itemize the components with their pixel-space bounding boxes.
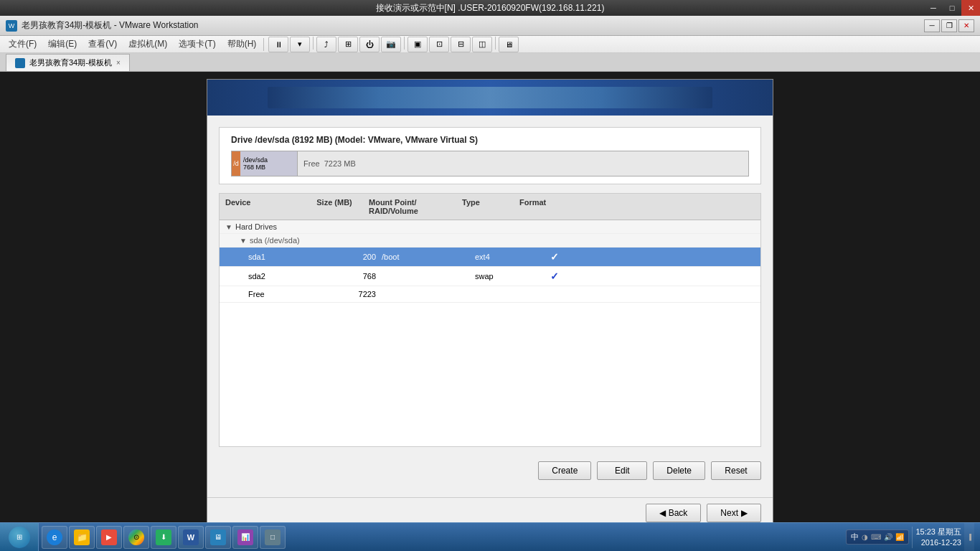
back-arrow-icon: ◀ bbox=[659, 508, 666, 518]
drive-seg-2-label: /dev/sda bbox=[243, 156, 294, 164]
row-sda2-type: swap bbox=[472, 270, 529, 282]
toolbar-view4-btn[interactable]: ◫ bbox=[472, 37, 492, 52]
drive-seg-2-size: 768 MB bbox=[243, 164, 294, 171]
minimize-button[interactable]: ─ bbox=[924, 0, 943, 16]
taskbar-app-chart[interactable]: 📊 bbox=[232, 526, 258, 549]
title-controls: ─ □ ✕ bbox=[924, 0, 980, 16]
header-format: Format bbox=[514, 197, 564, 217]
installer-header bbox=[207, 80, 773, 116]
taskbar-right: 中 ◑ ⌨ 🔊 📶 15:23 星期五 2016-12-23 ▐ bbox=[840, 523, 980, 552]
word-icon: W bbox=[183, 529, 199, 545]
toggle-hard-drives[interactable]: ▼ bbox=[225, 223, 235, 231]
close-button[interactable]: ✕ bbox=[961, 0, 980, 16]
back-button[interactable]: ◀ Back bbox=[646, 504, 702, 522]
reset-button[interactable]: Reset bbox=[711, 461, 761, 480]
taskbar-app-chrome[interactable]: ⊙ bbox=[123, 526, 149, 549]
nav-row: ◀ Back Next ▶ bbox=[207, 497, 773, 522]
toolbar-sep4 bbox=[495, 37, 496, 50]
table-row[interactable]: sda1 200 /boot ext4 ✓ bbox=[220, 248, 760, 267]
menu-view[interactable]: 查看(V) bbox=[83, 37, 123, 52]
table-row[interactable]: Free 7223 bbox=[220, 286, 760, 303]
app-title-bar: W 老男孩教育34期-模板机 - VMware Workstation ─ ❐ … bbox=[0, 16, 980, 36]
installer-window: Drive /dev/sda (8192 MB) (Model: VMware,… bbox=[207, 79, 773, 522]
format-check-sda1: ✓ bbox=[550, 251, 559, 263]
row-sda1-size: 200 bbox=[321, 251, 379, 263]
toolbar-monitor-btn[interactable]: 🖥 bbox=[499, 37, 519, 52]
hard-drives-label: Hard Drives bbox=[235, 222, 277, 231]
drive-visual: /d /dev/sda 768 MB Free 7223 MB bbox=[231, 151, 749, 176]
header-device: Device bbox=[220, 197, 306, 217]
toolbar-separator bbox=[263, 38, 264, 51]
toolbar-snap-btn[interactable]: 📷 bbox=[381, 37, 401, 52]
show-desktop-button[interactable]: ▐ bbox=[964, 523, 974, 552]
taskbar-app-vmware[interactable]: □ bbox=[260, 526, 286, 549]
drive-seg-free: Free 7223 MB bbox=[298, 151, 748, 176]
taskbar-app-monitor[interactable]: 🖥 bbox=[205, 526, 231, 549]
header-size: Size (MB) bbox=[306, 197, 363, 217]
taskbar-app-word[interactable]: W bbox=[178, 526, 204, 549]
ie-icon: e bbox=[47, 529, 62, 545]
app-close-button[interactable]: ✕ bbox=[958, 19, 974, 32]
sda-label: sda (/dev/sda) bbox=[250, 236, 300, 245]
action-buttons: Create Edit Delete Reset bbox=[219, 456, 761, 486]
edit-button[interactable]: Edit bbox=[597, 461, 647, 480]
delete-button[interactable]: Delete bbox=[653, 461, 705, 480]
clock-date: 2016-12-23 bbox=[915, 537, 961, 547]
start-button[interactable]: ⊞ bbox=[0, 523, 39, 552]
table-row[interactable]: sda2 768 swap ✓ bbox=[220, 267, 760, 286]
taskbar-sep bbox=[912, 527, 913, 548]
header-type: Type bbox=[456, 197, 514, 217]
toolbar-ctrl-btn[interactable]: ⊞ bbox=[338, 37, 358, 52]
tab-close-button[interactable]: × bbox=[116, 59, 121, 67]
row-sda1-type: ext4 bbox=[472, 251, 529, 263]
sys-icon-volume: 🔊 bbox=[884, 533, 892, 541]
maximize-button[interactable]: □ bbox=[943, 0, 961, 16]
header-logo-bar bbox=[268, 87, 712, 108]
menu-edit[interactable]: 编辑(E) bbox=[42, 37, 83, 52]
taskbar-app-explorer[interactable]: 📁 bbox=[69, 526, 95, 549]
next-label: Next bbox=[720, 508, 738, 518]
notification-area: 中 ◑ ⌨ 🔊 📶 bbox=[846, 529, 909, 545]
toggle-sda[interactable]: ▼ bbox=[240, 237, 250, 245]
taskbar-app-ie[interactable]: e bbox=[42, 526, 67, 549]
vm-tab[interactable]: 老男孩教育34期-模板机 × bbox=[6, 54, 130, 71]
installer-body: Drive /dev/sda (8192 MB) (Model: VMware,… bbox=[207, 116, 773, 497]
sda-group-row[interactable]: ▼ sda (/dev/sda) bbox=[220, 234, 760, 248]
menu-vm[interactable]: 虚拟机(M) bbox=[123, 37, 173, 52]
tab-icon bbox=[15, 58, 25, 68]
toolbar-view2-btn[interactable]: ⊡ bbox=[429, 37, 449, 52]
back-label: Back bbox=[669, 508, 688, 518]
toolbar-view1-btn[interactable]: ▣ bbox=[407, 37, 428, 52]
create-button[interactable]: Create bbox=[538, 461, 591, 480]
app-restore-button[interactable]: ❐ bbox=[941, 19, 957, 32]
app-icon: W bbox=[6, 20, 17, 32]
row-sda1-format: ✓ bbox=[529, 250, 580, 264]
toolbar-pause-btn[interactable]: ⏸ bbox=[268, 37, 288, 52]
menu-help[interactable]: 帮助(H) bbox=[222, 37, 263, 52]
taskbar-app-download[interactable]: ⬇ bbox=[151, 526, 176, 549]
row-free-type bbox=[472, 293, 529, 296]
taskbar-app-media[interactable]: ▶ bbox=[96, 526, 122, 549]
hard-drives-row[interactable]: ▼ Hard Drives bbox=[220, 220, 760, 234]
app-minimize-button[interactable]: ─ bbox=[924, 19, 940, 32]
chart-icon: 📊 bbox=[237, 529, 253, 545]
toolbar-power-btn[interactable]: ⏻ bbox=[359, 37, 380, 52]
partition-table: Device Size (MB) Mount Point/ RAID/Volum… bbox=[219, 193, 761, 447]
drive-seg-2: /dev/sda 768 MB bbox=[240, 151, 298, 176]
menu-tabs[interactable]: 选项卡(T) bbox=[173, 37, 221, 52]
toolbar-view3-btn[interactable]: ⊟ bbox=[451, 37, 471, 52]
download-icon: ⬇ bbox=[156, 529, 171, 545]
row-free-size: 7223 bbox=[321, 288, 379, 300]
title-bar: 接收演示或示范中[N] .USER-20160920FW(192.168.11.… bbox=[0, 0, 980, 16]
monitor-icon: 🖥 bbox=[210, 529, 226, 545]
title-text: 接收演示或示范中[N] .USER-20160920FW(192.168.11.… bbox=[376, 2, 605, 14]
toolbar-send-btn[interactable]: ⤴ bbox=[316, 37, 336, 52]
table-empty-space bbox=[220, 303, 760, 446]
toolbar-dropdown-btn[interactable]: ▾ bbox=[290, 37, 310, 52]
menu-bar: 文件(F) 编辑(E) 查看(V) 虚拟机(M) 选项卡(T) 帮助(H) ⏸ … bbox=[0, 36, 980, 53]
menu-file[interactable]: 文件(F) bbox=[3, 37, 42, 52]
row-sda2-mount bbox=[379, 275, 472, 278]
show-desktop-icon: ▐ bbox=[967, 534, 971, 540]
main-area: Drive /dev/sda (8192 MB) (Model: VMware,… bbox=[0, 72, 980, 522]
next-button[interactable]: Next ▶ bbox=[707, 504, 761, 522]
